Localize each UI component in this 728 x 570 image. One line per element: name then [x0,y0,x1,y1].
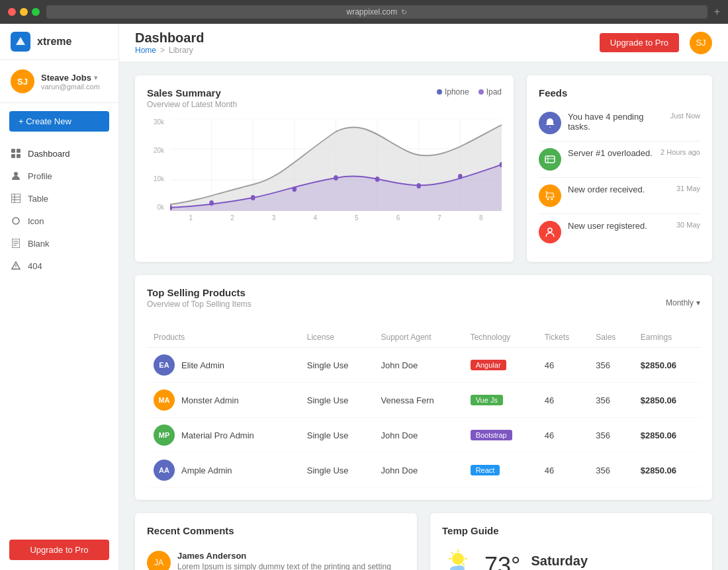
warning-icon [11,261,21,271]
top-selling-filter[interactable]: Monthly ▾ [666,298,700,307]
weather-main: 73° Saturday Ahmedabad, India [442,538,700,570]
table-icon [11,193,21,204]
feed-content-1: Server #1 overloaded. [568,148,654,158]
chevron-down-icon: ▾ [696,298,700,307]
sidebar: xtreme SJ Steave Jobs ▾ varun@gmail.com … [0,24,119,570]
cell-license-1: Single Use [300,383,375,418]
nav-label-profile: Profile [28,171,52,181]
feeds-list: You have 4 pending tasks. Just Now Serve… [539,105,700,250]
sidebar-item-profile[interactable]: Profile [0,165,118,187]
x-label-2: 2 [230,214,234,222]
nav-label-table: Table [28,194,48,204]
cell-tickets-0: 46 [538,348,590,383]
y-label-20k: 20k [154,147,164,154]
svg-point-42 [551,198,553,200]
sidebar-item-blank[interactable]: Blank [0,232,118,255]
sidebar-item-404[interactable]: 404 [0,255,118,277]
comment-text-0: Lorem Ipsum is simply dummy text of the … [177,562,405,570]
cell-tickets-2: 46 [538,418,590,453]
legend-ipad: Ipad [478,87,502,97]
svg-point-31 [251,195,255,200]
close-button[interactable] [8,8,16,16]
sidebar-item-icon[interactable]: Icon [0,210,118,232]
col-earnings: Earnings [634,327,700,348]
feed-item-1: Server #1 overloaded. 2 Hours ago [539,142,700,178]
breadcrumb-home[interactable]: Home [135,46,156,55]
tech-badge-2: Bootstrap [471,430,512,440]
y-label-30k: 30k [154,118,164,126]
svg-point-10 [13,218,19,224]
weather-icon [442,547,474,570]
comment-item-0: JA James Anderson Lorem Ipsum is simply … [147,543,405,570]
svg-point-33 [334,175,338,181]
refresh-icon[interactable]: ↻ [401,8,407,17]
feed-text-0: You have 4 pending tasks. [568,112,643,132]
main-content: Dashboard Home > Library Upgrade to Pro … [119,24,728,570]
address-bar[interactable]: wrappixel.com ↻ [46,5,707,19]
create-new-button[interactable]: + Create New [9,111,109,132]
user-info: Steave Jobs ▾ varun@gmail.com [41,73,108,91]
user-name: Steave Jobs ▾ [41,73,108,83]
svg-point-32 [293,186,297,192]
feeds-card: Feeds You have 4 pending tasks. Just Now [527,75,712,262]
topbar-right: Upgrade to Pro SJ [600,32,712,54]
chart-y-axis: 30k 20k 10k 0k [147,118,167,211]
svg-point-41 [547,198,549,200]
comment-name-0: James Anderson [177,551,405,561]
svg-line-49 [451,552,453,554]
sidebar-upgrade: Upgrade to Pro [9,540,109,560]
tech-badge-3: React [471,465,500,475]
feed-time-1: 2 Hours ago [660,148,700,156]
nav-label-icon: Icon [28,216,44,226]
cell-tech-0: Angular [464,348,538,383]
minimize-button[interactable] [20,8,28,16]
x-label-7: 7 [437,214,441,222]
chart-svg-area [170,118,502,211]
weather-day-name: Saturday [531,553,595,569]
x-label-6: 6 [396,214,400,222]
svg-point-36 [458,174,463,179]
sidebar-upgrade-button[interactable]: Upgrade to Pro [9,540,109,560]
col-sales: Sales [589,327,633,348]
cell-earnings-3: $2850.06 [634,453,700,488]
nav-label-dashboard: Dashboard [28,149,70,159]
table-row: EA Elite Admin Single Use John Doe Angul… [147,348,700,383]
topbar: Dashboard Home > Library Upgrade to Pro … [119,24,728,62]
product-name-0: Elite Admin [181,360,224,370]
feed-time-3: 30 May [676,221,700,229]
breadcrumb: Home > Library [135,46,204,55]
sales-summary-card: Sales Summary Overview of Latest Month I… [135,75,514,262]
nav-label-404: 404 [28,261,42,271]
sidebar-user: SJ Steave Jobs ▾ varun@gmail.com [0,60,118,103]
cell-sales-3: 356 [589,453,633,488]
topbar-upgrade-button[interactable]: Upgrade to Pro [600,33,679,52]
feed-avatar-2 [539,184,561,207]
table-row: AA Ample Admin Single Use John Doe React… [147,453,700,488]
x-label-5: 5 [355,214,359,222]
nav-items: Dashboard Profile Table Icon [0,140,118,532]
legend-label-iphone: Iphone [445,87,469,97]
new-tab-button[interactable]: + [714,6,720,18]
maximize-button[interactable] [32,8,40,16]
cell-product-1: MA Monster Admin [147,383,300,418]
cell-product-2: MP Material Pro Admin [147,418,300,453]
user-avatar: SJ [11,69,34,93]
x-label-4: 4 [313,214,317,222]
feed-time-2: 31 May [676,184,700,192]
y-label-10k: 10k [154,175,164,183]
feed-avatar-3 [539,221,561,243]
sales-summary-title: Sales Summary [147,87,237,99]
logo-icon [15,36,26,48]
col-tech: Technology [464,327,538,348]
svg-marker-0 [16,37,25,45]
feed-avatar-0 [539,112,561,134]
topbar-title-area: Dashboard Home > Library [135,30,204,55]
sidebar-create: + Create New [9,111,109,132]
cell-sales-0: 356 [589,348,633,383]
feed-content-0: You have 4 pending tasks. [568,112,664,132]
brand-name: xtreme [37,36,71,48]
sidebar-item-table[interactable]: Table [0,187,118,210]
feed-text-3: New user registered. [568,221,647,231]
table-row: MA Monster Admin Single Use Venessa Fern… [147,383,700,418]
sidebar-item-dashboard[interactable]: Dashboard [0,142,118,165]
